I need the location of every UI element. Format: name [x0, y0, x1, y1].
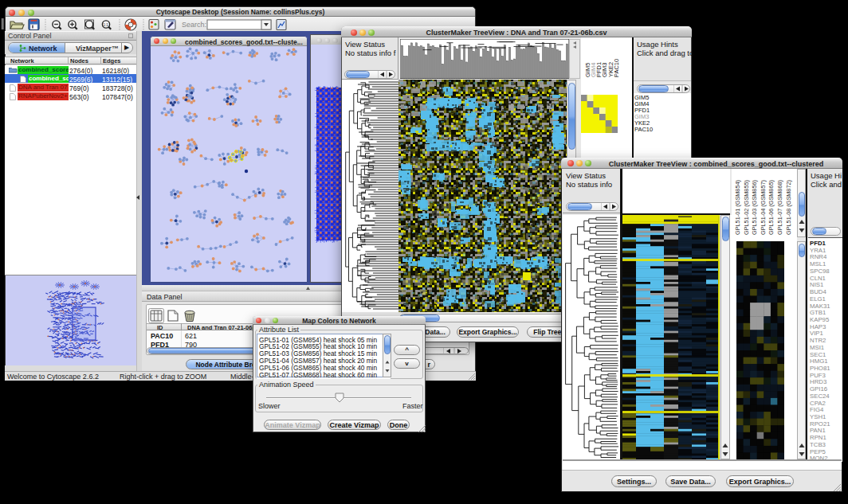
svg-text:PAC10: PAC10 — [613, 59, 620, 77]
svg-text:GPL51-06 (GSM865): GPL51-06 (GSM865) — [768, 180, 775, 235]
svg-text:Search:: Search: — [182, 21, 206, 29]
svg-text:GPL51-04 (GSM857): GPL51-04 (GSM857) — [760, 180, 767, 235]
svg-text:GPL51-03 (GSM856): GPL51-03 (GSM856) — [751, 180, 758, 235]
svg-text:1:1: 1:1 — [104, 23, 109, 27]
svg-text:GPL51-08 (GSM872): GPL51-08 (GSM872) — [785, 180, 792, 235]
svg-text:GPL51-01 (GSM854): GPL51-01 (GSM854) — [734, 180, 741, 235]
svg-text:GPL51-02 (GSM855): GPL51-02 (GSM855) — [743, 180, 750, 235]
svg-text:GPL51-07 (GSM868): GPL51-07 (GSM868) — [776, 180, 783, 235]
